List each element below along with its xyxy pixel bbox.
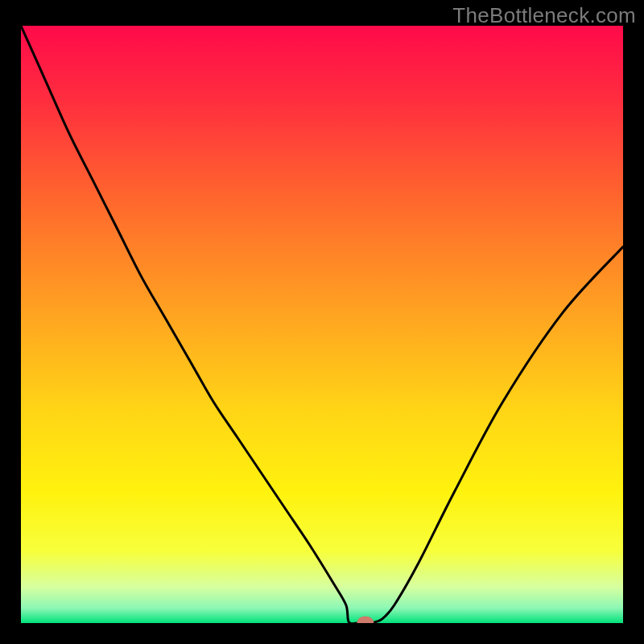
plot-area: [21, 26, 623, 623]
chart-frame: TheBottleneck.com: [0, 0, 644, 644]
watermark-text: TheBottleneck.com: [452, 3, 636, 28]
gradient-background: [21, 26, 623, 623]
chart-svg: [21, 26, 623, 623]
